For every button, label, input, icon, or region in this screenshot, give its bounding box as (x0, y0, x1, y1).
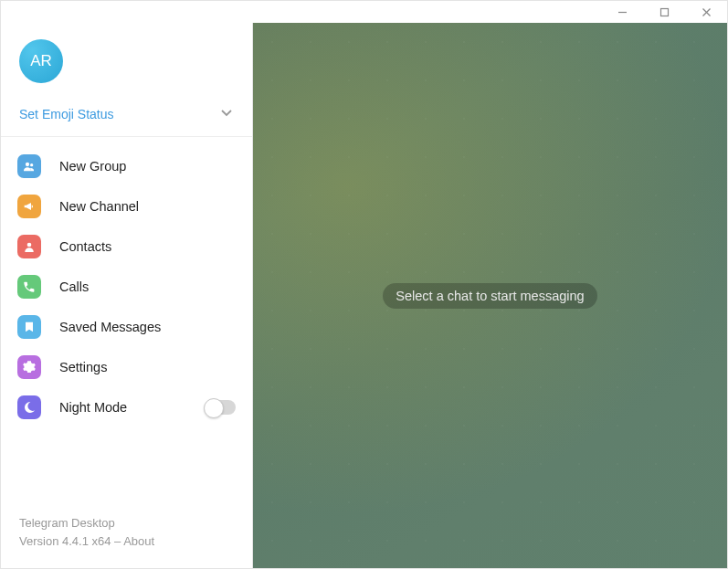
megaphone-icon (17, 195, 41, 218)
menu-label: New Group (59, 159, 236, 174)
empty-chat-placeholder: Select a chat to start messaging (383, 283, 596, 309)
person-icon (17, 235, 41, 258)
menu-item-new-group[interactable]: New Group (1, 146, 252, 186)
profile-area: AR (1, 23, 252, 96)
menu-label: Saved Messages (59, 320, 236, 334)
group-icon (17, 154, 41, 178)
menu-item-settings[interactable]: Settings (1, 347, 252, 387)
maximize-button[interactable] (643, 1, 685, 23)
gear-icon (17, 355, 41, 379)
avatar[interactable]: AR (19, 39, 63, 83)
sidebar-footer: Telegram Desktop Version 4.4.1 x64 – Abo… (1, 500, 252, 568)
version-about-link[interactable]: Version 4.4.1 x64 – About (19, 532, 234, 551)
maximize-icon (659, 7, 670, 17)
menu-label: Contacts (59, 239, 236, 254)
menu-label: Settings (59, 360, 236, 374)
close-icon (702, 7, 712, 17)
menu-label: Calls (59, 279, 236, 294)
menu-item-saved-messages[interactable]: Saved Messages (1, 307, 252, 347)
menu-item-night-mode[interactable]: Night Mode (1, 387, 252, 427)
chevron-down-icon (219, 105, 234, 120)
menu-label: New Channel (59, 199, 236, 214)
minimize-button[interactable] (601, 1, 643, 23)
bookmark-icon (17, 315, 41, 339)
menu-item-contacts[interactable]: Contacts (1, 227, 252, 267)
menu-item-new-channel[interactable]: New Channel (1, 186, 252, 227)
window-titlebar (1, 1, 727, 23)
menu-item-calls[interactable]: Calls (1, 267, 252, 307)
moon-icon (17, 395, 41, 419)
svg-point-6 (27, 243, 32, 248)
expand-accounts-button[interactable] (219, 105, 234, 123)
menu-label: Night Mode (59, 400, 186, 415)
night-mode-toggle[interactable] (205, 400, 236, 415)
minimize-icon (617, 7, 628, 17)
svg-point-4 (26, 163, 29, 166)
chat-area: Select a chat to start messaging (253, 23, 727, 568)
sidebar: AR Set Emoji Status New Group (1, 23, 253, 568)
close-button[interactable] (685, 1, 727, 23)
app-window: AR Set Emoji Status New Group (0, 0, 728, 569)
svg-rect-1 (660, 8, 668, 16)
app-name-text: Telegram Desktop (19, 514, 234, 532)
emoji-status-row: Set Emoji Status (1, 96, 252, 137)
main-menu: New Group New Channel Contacts (1, 137, 252, 433)
set-emoji-status-link[interactable]: Set Emoji Status (19, 107, 114, 121)
phone-icon (17, 275, 41, 299)
svg-point-5 (30, 163, 33, 166)
